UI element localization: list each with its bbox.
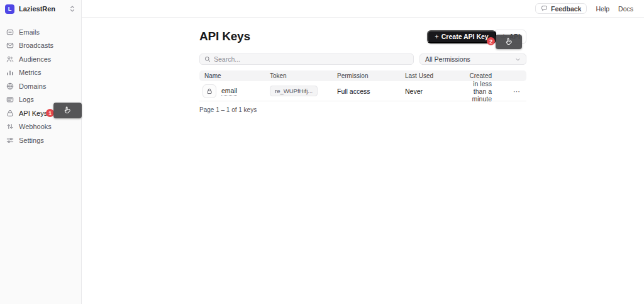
globe-icon	[6, 82, 14, 90]
sidebar-item-label: Metrics	[19, 69, 41, 76]
cursor-overlay-sidebar	[53, 103, 82, 118]
sliders-icon	[6, 137, 14, 144]
page-title: API Keys	[199, 30, 250, 43]
token-chip[interactable]: re_WUPfHifj...	[270, 86, 318, 96]
workspace-logo: L	[5, 4, 14, 14]
sidebar-item-label: Audiences	[19, 55, 51, 63]
sidebar-item-label: Emails	[19, 28, 40, 36]
pagination-status: Page 1 – 1 of 1 keys	[199, 106, 526, 113]
column-header-created: Created	[459, 72, 508, 79]
bar-chart-icon	[6, 69, 14, 76]
search-input[interactable]	[214, 55, 409, 63]
column-header-token: Token	[270, 72, 337, 79]
sidebar-item-broadcasts[interactable]: Broadcasts	[0, 39, 81, 53]
sidebar-item-label: API Keys	[19, 110, 47, 117]
search-icon	[204, 56, 211, 62]
workspace-name: LaziestRen	[19, 5, 70, 13]
sidebar-item-label: Domains	[19, 82, 46, 90]
sidebar-item-domains[interactable]: Domains	[0, 79, 81, 93]
hand-cursor-icon	[504, 37, 514, 47]
help-link[interactable]: Help	[596, 5, 609, 13]
table-row: email re_WUPfHifj... Full access Never i…	[199, 81, 526, 101]
feedback-label: Feedback	[551, 5, 581, 13]
key-name[interactable]: email	[221, 87, 237, 96]
column-header-name: Name	[199, 72, 270, 79]
hand-cursor-icon	[63, 106, 72, 115]
lock-icon	[6, 110, 14, 117]
logs-icon	[6, 96, 14, 103]
topbar: Feedback Help Docs	[82, 0, 644, 18]
key-lock-chip	[203, 84, 216, 98]
envelope-icon	[6, 28, 14, 36]
sidebar-item-label: Broadcasts	[19, 42, 53, 49]
key-last-used: Never	[405, 87, 459, 95]
unfold-chevrons-icon	[70, 6, 75, 12]
sidebar-item-webhooks[interactable]: Webhooks	[0, 120, 81, 134]
page-header: API Keys + Create API Key </> API	[199, 29, 526, 44]
permissions-filter-value: All Permissions	[425, 55, 470, 63]
arrows-up-down-icon	[6, 123, 14, 130]
sidebar-item-audiences[interactable]: Audiences	[0, 52, 81, 66]
people-icon	[6, 55, 14, 63]
column-header-last-used: Last Used	[405, 72, 459, 79]
sidebar-item-metrics[interactable]: Metrics	[0, 66, 81, 80]
chat-bubble-icon	[541, 5, 548, 12]
key-created: in less than a minute	[459, 80, 508, 103]
create-api-key-label: Create API Key	[441, 33, 489, 40]
sidebar-nav: Emails Broadcasts Audiences Metrics	[0, 25, 81, 147]
sidebar-item-emails[interactable]: Emails	[0, 25, 81, 39]
cursor-overlay-create-button	[496, 35, 522, 49]
key-permission: Full access	[337, 87, 405, 95]
feedback-button[interactable]: Feedback	[535, 3, 587, 14]
plus-icon: +	[435, 33, 438, 40]
chevron-down-icon	[515, 57, 521, 62]
row-menu-button[interactable]: ⋯	[513, 87, 521, 95]
sidebar-item-settings[interactable]: Settings	[0, 133, 81, 147]
permissions-filter-select[interactable]: All Permissions	[419, 53, 526, 65]
sidebar-item-label: Settings	[19, 137, 44, 144]
sidebar-item-label: Webhooks	[19, 123, 52, 130]
create-api-key-button[interactable]: + Create API Key	[427, 30, 496, 43]
app-root: L LaziestRen Emails Broadcasts	[0, 0, 644, 304]
filters-row: All Permissions	[199, 53, 526, 65]
column-header-permission: Permission	[337, 72, 405, 79]
broadcast-icon	[6, 42, 14, 49]
main-content: API Keys + Create API Key </> API	[82, 18, 644, 304]
workspace-switcher[interactable]: L LaziestRen	[0, 0, 81, 18]
search-box	[199, 53, 414, 65]
annotation-badge-2: 2	[487, 37, 495, 45]
sidebar-item-label: Logs	[19, 96, 34, 103]
api-keys-table: Name Token Permission Last Used Created …	[199, 70, 526, 101]
docs-link[interactable]: Docs	[618, 5, 633, 13]
sidebar: L LaziestRen Emails Broadcasts	[0, 0, 82, 304]
